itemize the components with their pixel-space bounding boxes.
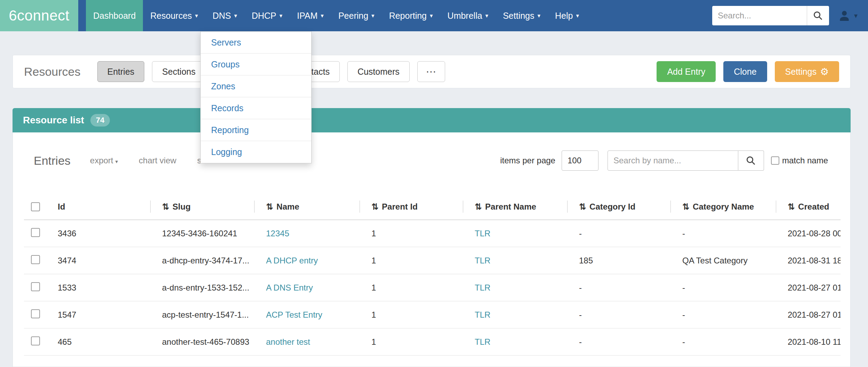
name-link[interactable]: another test [266,337,310,346]
clone-button[interactable]: Clone [723,61,767,82]
cell-name: A DHCP entry [254,256,360,266]
global-search-button[interactable] [807,6,829,25]
cell-id: 3474 [49,256,150,266]
cell-parent-name: TLR [463,337,567,347]
brand-logo[interactable]: 6connect [0,0,78,31]
dns-menu-item-reporting[interactable]: Reporting [201,119,311,141]
nav-item-peering[interactable]: Peering▾ [331,0,382,31]
app-root: 6connect DashboardResources▾DNS▾DHCP▾IPA… [0,0,868,367]
column-header-id: Id [49,194,150,220]
nav-item-label: DHCP [252,11,276,21]
cell-slug: a-dhcp-entry-3474-17... [150,256,254,266]
tab-customers[interactable]: Customers [347,61,410,82]
nav-item-umbrella[interactable]: Umbrella▾ [440,0,496,31]
name-link[interactable]: ACP Test Entry [266,310,322,319]
cell-parent-id: 1 [360,229,463,238]
row-checkbox[interactable] [31,228,40,237]
cell-category-name: - [670,337,776,347]
column-header-category-id[interactable]: ⇅Category Id [567,194,670,220]
parent_name-link[interactable]: TLR [475,310,490,319]
row-checkbox[interactable] [31,282,40,291]
row-checkbox-cell [24,336,49,348]
cell-category-id: - [567,229,670,238]
column-header-slug[interactable]: ⇅Slug [150,194,254,220]
name-search-button[interactable] [738,150,764,171]
chevron-down-icon: ▾ [321,12,324,19]
nav-item-ipam[interactable]: IPAM▾ [290,0,331,31]
cell-parent-id: 1 [360,256,463,266]
column-label: Created [798,202,829,212]
parent_name-link[interactable]: TLR [475,256,490,265]
nav-item-settings[interactable]: Settings▾ [496,0,548,31]
match-name-checkbox[interactable] [771,156,779,165]
name-link[interactable]: 12345 [266,229,289,238]
row-checkbox[interactable] [31,336,40,345]
cell-parent-id: 1 [360,337,463,347]
nav-item-reporting[interactable]: Reporting▾ [382,0,440,31]
user-icon [838,9,851,22]
parent_name-link[interactable]: TLR [475,337,490,346]
cell-category-name: QA Test Category [670,256,776,266]
chevron-down-icon: ▾ [115,158,118,164]
dns-menu-item-groups[interactable]: Groups [201,54,311,75]
nav-item-dhcp[interactable]: DHCP▾ [244,0,290,31]
cell-name: another test [254,337,360,347]
tab-entries[interactable]: Entries [97,61,145,82]
dns-menu-item-records[interactable]: Records [201,97,311,119]
cell-parent-id: 1 [360,310,463,320]
list-controls: Entries export▾ chart view show filters … [13,150,850,171]
match-name-label: match name [782,156,828,165]
cell-parent-id: 1 [360,283,463,293]
sort-icon: ⇅ [579,202,586,212]
settings-button-label: Settings [785,67,817,77]
entries-table: Id⇅Slug⇅Name⇅Parent Id⇅Parent Name⇅Categ… [24,194,841,356]
column-header-parent-name[interactable]: ⇅Parent Name [463,194,567,220]
more-tabs-button[interactable]: ⋯ [417,61,445,82]
add-entry-button[interactable]: Add Entry [657,61,716,82]
row-checkbox[interactable] [31,255,40,264]
name-link[interactable]: A DNS Entry [266,283,313,292]
column-header-created[interactable]: ⇅Created [776,194,841,220]
cell-parent-name: TLR [463,283,567,293]
nav-item-label: Dashboard [93,11,136,21]
export-link[interactable]: export▾ [90,156,118,165]
sort-icon: ⇅ [162,202,169,212]
dns-menu-item-servers[interactable]: Servers [201,32,311,54]
column-label: Id [58,202,65,212]
column-header-name[interactable]: ⇅Name [254,194,360,220]
navbar-right: ▾ [712,6,868,25]
cell-id: 1533 [49,283,150,293]
row-checkbox-cell [24,282,49,293]
name-link[interactable]: A DHCP entry [266,256,318,265]
settings-button[interactable]: Settings ⚙ [775,61,839,82]
cell-created: 2021-08-27 01 [776,310,841,320]
sort-icon: ⇅ [266,202,273,212]
parent_name-link[interactable]: TLR [475,283,490,292]
dns-dropdown-menu: ServersGroupsZonesRecordsReportingLoggin… [200,31,312,163]
dns-menu-item-logging[interactable]: Logging [201,141,311,163]
chevron-down-icon: ▾ [371,12,375,19]
nav-item-label: Settings [503,11,534,21]
column-header-parent-id[interactable]: ⇅Parent Id [360,194,463,220]
nav-item-resources[interactable]: Resources▾ [143,0,205,31]
row-checkbox[interactable] [31,309,40,318]
user-menu[interactable]: ▾ [838,9,858,22]
nav-item-dashboard[interactable]: Dashboard [86,0,143,31]
nav-item-dns[interactable]: DNS▾ [205,0,244,31]
table-header-row: Id⇅Slug⇅Name⇅Parent Id⇅Parent Name⇅Categ… [24,194,841,220]
column-header-category-name[interactable]: ⇅Category Name [670,194,776,220]
name-search-input[interactable] [608,150,738,171]
nav-item-help[interactable]: Help▾ [548,0,586,31]
tab-sections[interactable]: Sections [152,61,206,82]
chevron-down-icon: ▾ [430,12,433,19]
dns-menu-item-zones[interactable]: Zones [201,75,311,97]
table-row: 343612345-3436-160241123451TLR--2021-08-… [24,220,841,247]
select-all-checkbox[interactable] [31,202,40,211]
chevron-down-icon: ▾ [195,12,198,19]
parent_name-link[interactable]: TLR [475,229,490,238]
search-icon [813,10,823,21]
cell-category-name: - [670,310,776,320]
items-per-page-input[interactable] [562,150,598,171]
chart-view-link[interactable]: chart view [139,156,176,165]
global-search-input[interactable] [712,6,807,25]
